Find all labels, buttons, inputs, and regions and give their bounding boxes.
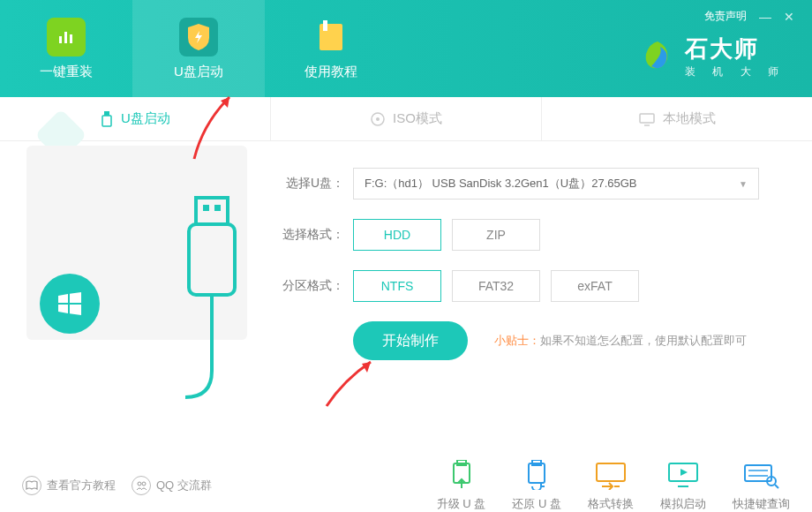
qq-link[interactable]: QQ 交流群 (132, 476, 212, 495)
svg-rect-14 (189, 224, 235, 295)
sub-tab-label: ISO模式 (393, 110, 442, 127)
nav-tabs: 一键重装 U盘启动 使用教程 (0, 0, 397, 97)
nav-label: 使用教程 (304, 64, 357, 80)
nav-label: U盘启动 (174, 64, 223, 80)
play-monitor-icon (665, 459, 702, 491)
svg-rect-12 (203, 205, 209, 211)
content-area: 选择U盘： F:G:（hd1） USB SanDisk 3.2Gen1（U盘）2… (0, 141, 812, 459)
bottom-bar: 查看官方教程 QQ 交流群 升级 U 盘 还原 U 盘 格式转换 模拟启动 快捷 (0, 459, 812, 512)
windows-icon (55, 289, 85, 319)
usb-up-icon (443, 459, 480, 491)
sub-tab-local[interactable]: 本地模式 (542, 97, 812, 140)
tool-upgrade-usb[interactable]: 升级 U 盘 (437, 459, 486, 512)
sub-tabs: U盘启动 ISO模式 本地模式 (0, 97, 812, 141)
keyboard-search-icon (743, 459, 780, 491)
close-button[interactable]: ✕ (784, 10, 794, 24)
disclaimer-link[interactable]: 免责声明 (704, 9, 747, 24)
tool-label: 快捷键查询 (733, 496, 790, 512)
shield-bolt-icon (179, 18, 218, 56)
format-row: 选择格式： HDD ZIP (274, 219, 777, 251)
tool-format-convert[interactable]: 格式转换 (588, 459, 634, 512)
svg-rect-4 (323, 20, 327, 31)
svg-rect-3 (320, 24, 342, 50)
nav-tab-reinstall[interactable]: 一键重装 (0, 0, 132, 97)
svg-point-16 (142, 482, 146, 486)
nav-tab-usb[interactable]: U盘启动 (132, 0, 265, 97)
format-options: HDD ZIP (353, 219, 540, 251)
bottom-links: 查看官方教程 QQ 交流群 (22, 476, 212, 495)
tool-buttons: 升级 U 盘 还原 U 盘 格式转换 模拟启动 快捷键查询 (437, 459, 790, 512)
tool-label: 还原 U 盘 (512, 496, 561, 512)
partition-option-exfat[interactable]: exFAT (551, 270, 639, 302)
svg-point-8 (376, 117, 380, 121)
sub-tab-iso[interactable]: ISO模式 (271, 97, 542, 140)
start-row: 开始制作 小贴士：如果不知道怎么配置，使用默认配置即可 (353, 321, 777, 360)
bar-chart-icon (47, 18, 86, 56)
usb-icon (100, 110, 114, 128)
tool-label: 升级 U 盘 (437, 496, 486, 512)
partition-options: NTFS FAT32 exFAT (353, 270, 639, 302)
tool-hotkey-search[interactable]: 快捷键查询 (733, 459, 790, 512)
sub-tab-label: 本地模式 (663, 110, 716, 127)
nav-label: 一键重装 (40, 64, 93, 80)
svg-rect-9 (640, 114, 654, 123)
book-icon (312, 18, 350, 56)
iso-icon (370, 111, 386, 127)
format-option-zip[interactable]: ZIP (452, 219, 540, 251)
disk-label: 选择U盘： (274, 176, 344, 192)
people-icon (132, 476, 151, 495)
usb-illustration (177, 194, 247, 427)
window-controls: 免责声明 — ✕ (704, 9, 794, 24)
tool-simulate-boot[interactable]: 模拟启动 (660, 459, 706, 512)
chevron-down-icon: ▼ (739, 179, 748, 189)
logo-name: 石大师 (685, 34, 786, 64)
tutorial-link[interactable]: 查看官方教程 (22, 476, 116, 495)
tool-restore-usb[interactable]: 还原 U 盘 (512, 459, 561, 512)
logo-icon (639, 38, 676, 75)
sub-tab-label: U盘启动 (121, 110, 170, 127)
minimize-button[interactable]: — (759, 10, 771, 24)
svg-rect-6 (102, 116, 111, 126)
tool-label: 格式转换 (588, 496, 634, 512)
svg-point-15 (138, 482, 141, 486)
partition-option-ntfs[interactable]: NTFS (353, 270, 441, 302)
svg-rect-1 (64, 32, 67, 43)
link-label: QQ 交流群 (156, 478, 212, 493)
link-label: 查看官方教程 (47, 478, 116, 493)
disk-row: 选择U盘： F:G:（hd1） USB SanDisk 3.2Gen1（U盘）2… (274, 168, 777, 200)
svg-rect-13 (214, 205, 221, 211)
partition-option-fat32[interactable]: FAT32 (452, 270, 540, 302)
format-option-hdd[interactable]: HDD (353, 219, 441, 251)
format-label: 选择格式： (274, 227, 344, 243)
form-pane: 选择U盘： F:G:（hd1） USB SanDisk 3.2Gen1（U盘）2… (274, 141, 812, 459)
svg-rect-19 (529, 463, 545, 483)
nav-tab-tutorial[interactable]: 使用教程 (265, 0, 397, 97)
app-header: 一键重装 U盘启动 使用教程 免责声明 — ✕ 石大师 装 机 大 师 (0, 0, 812, 97)
tip-text: 小贴士：如果不知道怎么配置，使用默认配置即可 (494, 333, 747, 349)
svg-line-28 (775, 485, 778, 488)
convert-icon (592, 459, 629, 491)
tool-label: 模拟启动 (660, 496, 706, 512)
tip-prefix: 小贴士： (494, 334, 540, 347)
app-logo: 石大师 装 机 大 师 (639, 34, 786, 79)
partition-label: 分区格式： (274, 278, 344, 294)
disk-select[interactable]: F:G:（hd1） USB SanDisk 3.2Gen1（U盘）27.65GB… (353, 168, 759, 200)
svg-rect-21 (597, 463, 625, 481)
usb-restore-icon (518, 459, 555, 491)
svg-rect-0 (59, 36, 62, 43)
windows-badge (40, 274, 100, 334)
illustration-pane (0, 141, 274, 459)
svg-rect-11 (196, 198, 228, 224)
disk-value: F:G:（hd1） USB SanDisk 3.2Gen1（U盘）27.65GB (365, 176, 637, 192)
partition-row: 分区格式： NTFS FAT32 exFAT (274, 270, 777, 302)
tip-body: 如果不知道怎么配置，使用默认配置即可 (540, 334, 747, 347)
start-button[interactable]: 开始制作 (353, 321, 468, 360)
svg-rect-2 (70, 34, 72, 43)
logo-tagline: 装 机 大 师 (685, 64, 786, 79)
book-open-icon (22, 476, 41, 495)
monitor-icon (638, 112, 656, 126)
